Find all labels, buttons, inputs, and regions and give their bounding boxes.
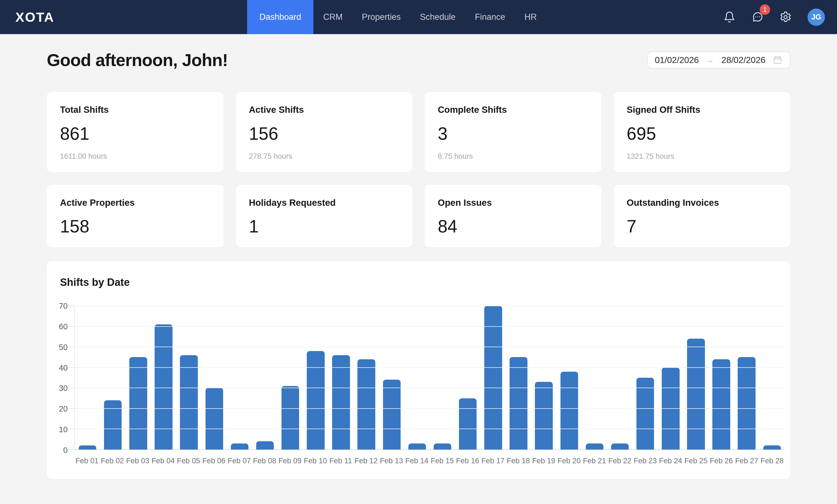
stat-title: Signed Off Shifts — [627, 105, 777, 115]
chart-bars — [75, 306, 785, 450]
bar-feb-28[interactable] — [763, 445, 781, 450]
nav-item-dashboard[interactable]: Dashboard — [247, 0, 314, 34]
stat-value: 156 — [249, 124, 399, 144]
x-tick-label: Feb 22 — [607, 457, 633, 465]
bar-feb-03[interactable] — [129, 357, 147, 450]
bar-feb-06[interactable] — [206, 388, 223, 450]
x-tick-label: Feb 25 — [683, 457, 709, 465]
bar-feb-08[interactable] — [256, 441, 274, 450]
bar-slot — [202, 306, 227, 450]
stat-card-open-issues: Open Issues84 — [425, 185, 602, 247]
x-tick-label: Feb 02 — [100, 457, 125, 465]
y-axis-tick — [69, 347, 74, 347]
shifts-by-date-card: Shifts by Date 010203040506070 Feb 01Feb… — [47, 261, 790, 479]
nav-item-properties[interactable]: Properties — [352, 0, 410, 34]
x-tick-label: Feb 05 — [176, 457, 201, 465]
x-label-slot: Feb 16 — [455, 457, 480, 465]
bar-feb-25[interactable] — [687, 339, 705, 450]
gridline — [75, 429, 785, 429]
x-label-slot: Feb 07 — [227, 457, 252, 465]
nav-item-schedule[interactable]: Schedule — [410, 0, 465, 34]
bar-slot — [303, 306, 328, 450]
x-tick-label: Feb 14 — [404, 457, 429, 465]
bar-feb-01[interactable] — [79, 445, 96, 450]
x-tick-label: Feb 23 — [633, 457, 658, 465]
bar-feb-13[interactable] — [383, 380, 400, 450]
brand-logo: XOTA — [15, 10, 54, 25]
bar-feb-14[interactable] — [408, 444, 426, 450]
x-tick-label: Feb 06 — [201, 457, 227, 465]
bar-feb-10[interactable] — [307, 351, 324, 450]
x-label-slot: Feb 18 — [506, 457, 531, 465]
bar-slot — [100, 306, 125, 450]
bar-feb-02[interactable] — [104, 400, 122, 450]
x-label-slot: Feb 23 — [633, 457, 658, 465]
y-axis-tick — [69, 367, 74, 368]
stat-card-total-shifts: Total Shifts8611611.00 hours — [47, 92, 224, 172]
bar-feb-22[interactable] — [611, 444, 629, 450]
x-tick-label: Feb 24 — [658, 457, 683, 465]
x-tick-label: Feb 12 — [353, 457, 379, 465]
bar-feb-19[interactable] — [535, 382, 552, 450]
stat-value: 3 — [438, 124, 588, 144]
stat-title: Total Shifts — [60, 105, 211, 115]
stat-title: Active Shifts — [249, 105, 399, 115]
bar-feb-17[interactable] — [484, 306, 502, 450]
nav-item-crm[interactable]: CRM — [314, 0, 352, 34]
date-range-end[interactable]: 28/02/2026 — [722, 55, 765, 65]
y-tick-label: 0 — [63, 446, 68, 455]
nav-item-hr[interactable]: HR — [515, 0, 547, 34]
bar-feb-11[interactable] — [332, 355, 350, 450]
bar-slot — [151, 306, 176, 450]
bar-slot — [405, 306, 430, 450]
stat-subtitle: 278.75 hours — [249, 152, 399, 161]
bar-feb-04[interactable] — [155, 324, 172, 450]
bar-feb-26[interactable] — [712, 359, 730, 450]
x-label-slot: Feb 26 — [709, 457, 734, 465]
bar-slot — [709, 306, 734, 450]
x-label-slot: Feb 19 — [531, 457, 556, 465]
x-label-slot: Feb 03 — [125, 457, 150, 465]
date-range-start[interactable]: 01/02/2026 — [655, 55, 699, 65]
user-avatar[interactable]: JG — [807, 8, 825, 26]
stat-title: Active Properties — [60, 198, 211, 208]
bar-feb-21[interactable] — [586, 444, 603, 450]
y-axis-tick — [69, 388, 74, 388]
nav-item-finance[interactable]: Finance — [465, 0, 515, 34]
bar-feb-09[interactable] — [282, 386, 299, 450]
x-label-slot: Feb 15 — [429, 457, 455, 465]
bar-feb-07[interactable] — [231, 444, 248, 450]
page-title: Good afternoon, John! — [47, 50, 228, 70]
x-label-slot: Feb 14 — [404, 457, 429, 465]
x-tick-label: Feb 16 — [455, 457, 480, 465]
messages-button[interactable]: 1 — [751, 11, 764, 23]
bar-feb-18[interactable] — [510, 357, 527, 450]
x-tick-label: Feb 07 — [227, 457, 252, 465]
bar-feb-16[interactable] — [459, 398, 477, 450]
y-axis-tick — [69, 306, 74, 306]
bar-slot — [125, 306, 151, 450]
x-tick-label: Feb 17 — [480, 457, 506, 465]
stat-value: 158 — [60, 216, 211, 237]
x-tick-label: Feb 21 — [582, 457, 607, 465]
bar-feb-23[interactable] — [637, 378, 654, 450]
stats-row-1: Total Shifts8611611.00 hoursActive Shift… — [47, 92, 790, 172]
bar-feb-20[interactable] — [560, 372, 578, 450]
bar-slot — [531, 306, 557, 450]
x-tick-label: Feb 01 — [74, 457, 100, 465]
bar-feb-12[interactable] — [357, 359, 375, 450]
bar-slot — [683, 306, 709, 450]
bar-feb-27[interactable] — [738, 357, 755, 450]
bar-feb-15[interactable] — [434, 444, 451, 450]
bar-slot — [734, 306, 760, 450]
settings-button[interactable] — [780, 11, 791, 23]
bar-slot — [506, 306, 531, 450]
date-range-picker[interactable]: 01/02/2026 → 28/02/2026 — [647, 51, 790, 69]
chart-plot-area — [74, 306, 785, 450]
bar-slot — [582, 306, 607, 450]
notifications-button[interactable] — [723, 11, 735, 23]
stat-card-active-properties: Active Properties158 — [47, 185, 224, 247]
bar-feb-05[interactable] — [180, 355, 198, 450]
gridline — [75, 408, 785, 409]
x-label-slot: Feb 08 — [252, 457, 277, 465]
